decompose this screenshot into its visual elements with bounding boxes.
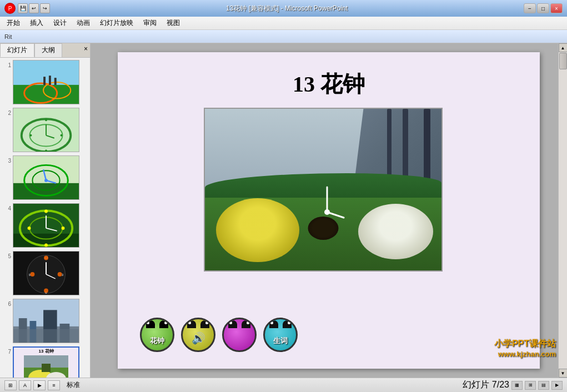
- btn3-eye-l: [229, 321, 232, 324]
- slide-num-5: 5: [2, 251, 11, 259]
- svg-point-42: [30, 272, 34, 277]
- slide-item-3[interactable]: 3: [2, 155, 88, 200]
- slide-num-2: 2: [2, 108, 11, 116]
- quick-access-toolbar: 💾 ↩ ↪: [18, 3, 50, 13]
- slide-thumb-2[interactable]: [13, 108, 79, 152]
- menu-design[interactable]: 设计: [49, 17, 71, 29]
- svg-point-22: [44, 179, 48, 182]
- restore-button[interactable]: □: [537, 3, 549, 13]
- status-bar: ⊞ A ▶ ≡ 标准 幻灯片 7/23 ▦ ⊞ ▤ ▶: [0, 378, 567, 392]
- svg-point-39: [44, 256, 48, 260]
- svg-point-29: [44, 243, 48, 247]
- minimize-button[interactable]: −: [524, 3, 536, 13]
- slide-list[interactable]: 1: [0, 58, 90, 378]
- svg-rect-5: [49, 76, 51, 85]
- menu-slideshow[interactable]: 幻灯片放映: [96, 17, 138, 29]
- status-icon-bar[interactable]: ≡: [48, 380, 60, 390]
- status-icon-slides[interactable]: ⊞: [4, 380, 17, 390]
- close-button[interactable]: ×: [550, 3, 563, 13]
- slide-item-4[interactable]: 4: [2, 203, 88, 248]
- app-icon[interactable]: P: [4, 3, 16, 14]
- title-bar-left: P 💾 ↩ ↪: [4, 3, 50, 14]
- thumb-7-title: 13 花钟: [38, 348, 53, 354]
- tab-outline[interactable]: 大纲: [34, 43, 62, 57]
- view-normal-button[interactable]: ▦: [511, 381, 523, 390]
- scroll-up-arrow[interactable]: ▲: [559, 43, 568, 52]
- slide-thumb-3[interactable]: [13, 155, 79, 200]
- svg-point-14: [45, 149, 47, 152]
- scroll-thumb[interactable]: [559, 53, 567, 69]
- btn-sound[interactable]: 🔊: [181, 318, 215, 352]
- slide-main-image: [204, 108, 443, 272]
- btn1-face-right: [159, 320, 168, 328]
- slide-thumb-7[interactable]: 13 花钟 13 花钟: [13, 346, 79, 378]
- scroll-down-arrow[interactable]: ▼: [559, 369, 568, 378]
- btn1-label: 花钟: [150, 336, 164, 346]
- ribbon-label: Rit: [4, 33, 12, 40]
- menu-review[interactable]: 审阅: [139, 17, 161, 29]
- slide-thumb-1[interactable]: [13, 60, 79, 104]
- svg-point-15: [30, 134, 32, 137]
- slide-item-1[interactable]: 1: [2, 60, 88, 104]
- save-button[interactable]: 💾: [18, 3, 28, 13]
- menu-view[interactable]: 视图: [162, 17, 184, 29]
- status-left: ⊞ A ▶ ≡ 标准: [4, 380, 80, 390]
- view-slide-button[interactable]: ⊞: [525, 381, 536, 390]
- slide-item-7[interactable]: 7 13 花钟 13 花钟: [2, 346, 88, 378]
- svg-point-40: [58, 272, 62, 277]
- slide-thumb-5[interactable]: 12 3 6 9: [13, 251, 79, 295]
- window-controls: − □ ×: [524, 3, 563, 13]
- tab-slides[interactable]: 幻灯片: [0, 43, 34, 57]
- thumb-1-content: [13, 61, 79, 104]
- slide-info: 幻灯片 7/23: [463, 379, 509, 391]
- btn-shengci[interactable]: 生词: [263, 318, 298, 352]
- btn4-eye-l: [270, 321, 273, 324]
- ribbon: Rit: [0, 30, 567, 43]
- view-slideshow-button[interactable]: ▶: [551, 381, 563, 390]
- btn-huazhong[interactable]: 花钟: [140, 318, 174, 352]
- menu-insert[interactable]: 插入: [26, 17, 48, 29]
- slide-num-7: 7: [2, 346, 11, 355]
- svg-rect-17: [13, 183, 79, 200]
- right-scrollbar[interactable]: ▲ ▼: [558, 43, 567, 378]
- btn2-antenna-r: [200, 320, 209, 328]
- flower-clock-bg: [205, 109, 441, 270]
- status-right: 幻灯片 7/23 ▦ ⊞ ▤ ▶: [463, 379, 563, 391]
- status-icon-play[interactable]: ▶: [33, 380, 46, 390]
- slide-item-6[interactable]: 6: [2, 299, 88, 343]
- svg-point-41: [44, 289, 48, 293]
- status-icons: ⊞ A ▶ ≡: [4, 380, 60, 390]
- menu-animation[interactable]: 动画: [72, 17, 94, 29]
- window-title: 13花钟 [兼容模式] - Microsoft PowerPoint: [50, 4, 524, 13]
- status-icon-standard[interactable]: A: [19, 380, 31, 390]
- redo-button[interactable]: ↪: [40, 3, 50, 13]
- slide-title: 13 花钟: [118, 69, 540, 99]
- btn3-eye-r: [247, 321, 249, 324]
- btn4-label: 生词: [273, 336, 288, 346]
- view-reading-button[interactable]: ▤: [538, 381, 549, 390]
- btn2-eye-l: [188, 321, 191, 324]
- panel-close-button[interactable]: ×: [84, 45, 88, 53]
- slide-thumb-4[interactable]: [13, 203, 79, 248]
- clock-hands-svg: [283, 176, 372, 248]
- svg-point-13: [61, 134, 63, 137]
- btn2-speaker-icon: 🔊: [192, 331, 205, 345]
- btn4-antenna-r: [283, 320, 292, 328]
- panel-tabs: 幻灯片 大纲 ×: [0, 43, 90, 58]
- svg-point-12: [45, 119, 47, 121]
- slide-num-6: 6: [2, 299, 11, 307]
- btn1-eye-right: [164, 321, 167, 324]
- svg-point-28: [62, 227, 65, 230]
- svg-point-59: [324, 209, 330, 215]
- slide-num-4: 4: [2, 203, 11, 212]
- undo-button[interactable]: ↩: [29, 3, 39, 13]
- slide-canvas: 13 花钟: [118, 52, 540, 369]
- slide-item-5[interactable]: 5 12 3 6 9: [2, 251, 88, 295]
- svg-rect-4: [43, 77, 46, 85]
- slide-item-2[interactable]: 2: [2, 108, 88, 152]
- slide-thumb-6[interactable]: [13, 299, 79, 343]
- svg-point-30: [28, 227, 31, 230]
- menu-start[interactable]: 开始: [2, 17, 24, 29]
- btn-pink[interactable]: [222, 318, 257, 352]
- btn2-eye-r: [205, 321, 208, 324]
